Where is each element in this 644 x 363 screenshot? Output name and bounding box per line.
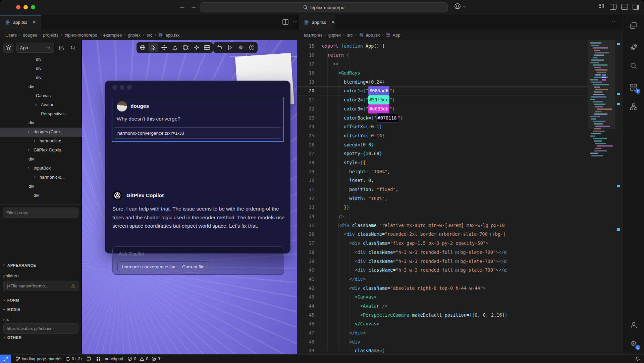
tree-item[interactable]: ›InputBox xyxy=(0,164,82,173)
code-line[interactable]: 28 style={{ xyxy=(297,158,588,167)
code-line[interactable]: 36 <div className="rounded-2xl border bo… xyxy=(297,230,588,239)
section-form[interactable]: › FORM xyxy=(3,298,19,303)
tree-item[interactable]: div xyxy=(0,82,82,91)
remote-indicator[interactable] xyxy=(0,355,11,363)
tree-item[interactable]: ›douges (Com... xyxy=(0,128,82,137)
split-right-panel-icon[interactable] xyxy=(633,4,639,10)
code-line[interactable]: 46 </Canvas> xyxy=(297,319,588,328)
launch-rocket-icon[interactable] xyxy=(629,42,638,52)
code-line[interactable]: 33 }} xyxy=(297,203,588,212)
code-line[interactable]: 34 /> xyxy=(297,212,588,221)
copy-pages-icon[interactable] xyxy=(629,21,638,30)
tree-item[interactable]: div xyxy=(0,55,82,64)
launchpad-status[interactable]: Launchpad xyxy=(96,357,123,361)
chevron-right-icon[interactable]: › xyxy=(28,147,30,152)
layers-panel-button[interactable] xyxy=(3,43,13,53)
code-line[interactable]: 21 color2={"#51f5cc"} xyxy=(297,95,588,104)
code-line[interactable]: 25 offsetY={-0.14} xyxy=(297,131,588,140)
section-media[interactable]: › MEDIA xyxy=(3,307,20,312)
problems-status[interactable]: 0 0 3 xyxy=(128,357,160,361)
tree-item[interactable]: ›harmonic-c... xyxy=(0,137,82,146)
code-line[interactable]: 44 <Avatar /> xyxy=(297,302,588,311)
breadcrumb-left[interactable]: Users› douges› projects› triplex-monorep… xyxy=(5,30,179,40)
scale-tool-button[interactable] xyxy=(180,43,191,52)
section-appearance[interactable]: › APPEARANCE xyxy=(3,263,36,268)
tree-item[interactable]: div xyxy=(0,182,82,191)
code-line[interactable]: 45 <PerspectiveCamera makeDefault positi… xyxy=(297,311,588,320)
settings-gear-icon[interactable]: ⚙ xyxy=(236,43,246,52)
close-tab-icon[interactable]: ✕ xyxy=(32,19,36,25)
current-file-chip[interactable]: harmonic-convergence.tsx — Current file xyxy=(117,261,209,272)
tree-item[interactable]: div xyxy=(0,64,82,73)
tab-app-tsx-right[interactable]: app.tsx ✕ xyxy=(299,15,335,30)
code-line[interactable]: 29 height: "100%", xyxy=(297,167,588,176)
src-value-input[interactable]: https://avatars.githubuse xyxy=(3,323,78,334)
code-line[interactable]: 39 <div className="h-3 w-3 rounded-full … xyxy=(297,257,588,266)
split-bottom-panel-icon[interactable] xyxy=(621,4,628,10)
code-line[interactable]: 41 </div> xyxy=(297,275,588,284)
help-icon[interactable]: ? xyxy=(247,43,257,52)
split-editor-icon[interactable] xyxy=(282,19,288,25)
code-line[interactable]: 49 className={ xyxy=(297,346,588,354)
tree-item[interactable]: ›harmonic-c... xyxy=(0,173,82,182)
close-window-button[interactable] xyxy=(16,5,20,9)
bell-icon[interactable] xyxy=(635,356,640,361)
edit-component-icon[interactable] xyxy=(57,43,66,52)
translate-tool-button[interactable] xyxy=(159,43,169,52)
code-line[interactable]: 35 <div className="relative mx-auto min-… xyxy=(297,221,588,230)
extensions-panel-icon[interactable]: 2 xyxy=(629,83,638,92)
settings-gear-icon[interactable]: ⚙ 1 xyxy=(629,339,638,348)
git-branch-status[interactable]: landing-page-march* xyxy=(16,356,61,361)
code-lines[interactable]: 15export function App() {16 return (17 <… xyxy=(297,42,588,354)
zoom-window-button[interactable] xyxy=(31,5,35,9)
code-line[interactable]: 30 inset: 0, xyxy=(297,176,588,185)
close-tab-icon[interactable]: ✕ xyxy=(331,19,335,25)
code-line[interactable]: 18 <GodRays xyxy=(297,69,588,78)
grid-toggle-button[interactable] xyxy=(202,43,212,52)
chevron-right-icon[interactable]: › xyxy=(34,174,36,180)
tab-app-tsx-left[interactable]: app.tsx ✕ xyxy=(0,15,41,30)
more-actions-icon-right[interactable]: ⋯ xyxy=(612,18,617,24)
section-other[interactable]: › OTHER xyxy=(3,335,22,340)
lighting-button[interactable] xyxy=(191,43,201,52)
file-reference-chip[interactable]: harmonic-convergence.tsx@1-33 xyxy=(113,127,283,139)
tree-item[interactable]: Perspective... xyxy=(0,109,82,119)
rotate-tool-button[interactable] xyxy=(170,43,180,52)
code-line[interactable]: 48 <div xyxy=(297,337,588,347)
minimize-window-button[interactable] xyxy=(23,5,28,9)
play-icon[interactable] xyxy=(225,43,235,52)
tree-item[interactable]: ›GitPlex Copilo... xyxy=(0,146,82,155)
code-line[interactable]: 26 speed={0.8} xyxy=(297,140,588,149)
chevron-right-icon[interactable]: › xyxy=(28,129,30,134)
back-button[interactable]: ← xyxy=(179,3,185,10)
layout-grid-icon[interactable] xyxy=(599,4,605,10)
code-line[interactable]: 32 width: "100%", xyxy=(297,194,588,203)
split-left-panel-icon[interactable] xyxy=(610,4,616,10)
tree-item[interactable]: ›Avatar xyxy=(0,100,82,109)
code-line[interactable]: 42 <div className="absolute right-0 top-… xyxy=(297,284,588,293)
code-line[interactable]: 24 offsetX={-0.1} xyxy=(297,122,588,131)
filter-props-input[interactable]: Filter props... xyxy=(3,208,78,218)
code-editor[interactable]: 15export function App() {16 return (17 <… xyxy=(297,40,623,354)
pull-request-status[interactable] xyxy=(87,356,92,361)
tree-item[interactable]: div xyxy=(0,155,82,164)
chevron-right-icon[interactable]: › xyxy=(34,138,36,143)
code-line[interactable]: 16 return ( xyxy=(297,51,588,60)
chevron-right-icon[interactable]: › xyxy=(28,165,30,171)
tree-item[interactable]: div xyxy=(0,73,82,82)
search-elements-icon[interactable] xyxy=(69,43,77,52)
code-line[interactable]: 22 color3={"#d033db"} xyxy=(297,104,588,114)
search-panel-icon[interactable] xyxy=(629,61,638,71)
chevron-right-icon[interactable]: › xyxy=(35,102,37,107)
code-line[interactable]: 20 color1={"#685ad6"} xyxy=(297,86,588,95)
code-line[interactable]: 31 position: "fixed", xyxy=(297,185,588,194)
account-icon[interactable] xyxy=(629,320,638,329)
tree-item[interactable]: div xyxy=(0,191,82,200)
hierarchy-panel-icon[interactable] xyxy=(629,102,638,111)
ask-copilot-input[interactable]: Ask Copilot harmonic-convergence.tsx — C… xyxy=(112,246,284,275)
minimap-slider[interactable] xyxy=(588,40,615,129)
breadcrumb-right[interactable]: examples› gitplex› src› app.tsx› App xyxy=(304,30,400,40)
select-tool-button[interactable] xyxy=(148,43,158,52)
sync-status[interactable]: 0↓ 2↑ xyxy=(65,357,82,361)
code-line[interactable]: 38 <div className="h-3 w-3 rounded-full … xyxy=(297,248,588,257)
